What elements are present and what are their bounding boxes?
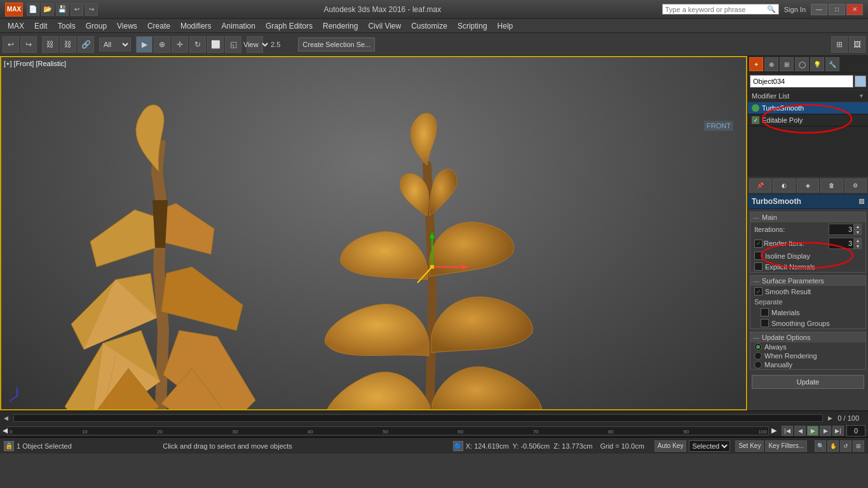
select-btn[interactable]: ▶ — [136, 36, 153, 53]
rp-tab-create[interactable]: ⊕ — [764, 57, 778, 71]
redo-toolbar-btn[interactable]: ↪ — [20, 36, 37, 53]
selected-select[interactable]: Selected — [689, 440, 730, 452]
scale-btn[interactable]: ⬜ — [207, 36, 224, 53]
menu-animation[interactable]: Animation — [217, 20, 261, 32]
ref-coord-select[interactable]: View — [240, 37, 270, 51]
ts-explicit-normals-checkbox[interactable] — [754, 262, 763, 271]
playback-start-btn[interactable]: |◀ — [782, 426, 793, 436]
menu-views[interactable]: Views — [112, 20, 142, 32]
nav-zoom-btn[interactable]: 🔍 — [815, 440, 826, 452]
lock-btn[interactable]: 🔒 — [4, 441, 14, 451]
undo-btn[interactable]: ↩ — [71, 3, 83, 16]
active-shade-btn[interactable]: ◐ — [773, 179, 795, 193]
search-input[interactable] — [665, 6, 767, 13]
object-name-input[interactable]: Object034 — [750, 75, 853, 88]
ref-coord-btn[interactable]: View — [247, 36, 263, 53]
new-btn[interactable]: 📄 — [27, 3, 39, 16]
link-btn[interactable]: ⛓ — [42, 36, 58, 53]
ts-smooth-result-checkbox[interactable] — [754, 287, 763, 295]
rp-tab-hierarchy[interactable]: ⊞ — [780, 57, 794, 71]
remove-modifier-btn[interactable]: 🗑 — [820, 179, 843, 193]
ts-iterations-input[interactable]: 3 — [829, 224, 854, 235]
key-filters-btn[interactable]: Key Filters... — [765, 440, 807, 452]
ts-isoline-checkbox[interactable] — [754, 252, 763, 260]
current-frame-input[interactable]: 0 — [846, 425, 865, 437]
menu-help[interactable]: Help — [492, 20, 519, 32]
playback-play-btn[interactable]: ▶ — [807, 426, 818, 436]
ts-render-iters-up[interactable]: ▲ — [854, 238, 862, 243]
modifier-editable-poly[interactable]: ✓ Editable Poly — [748, 114, 868, 126]
select-region-btn[interactable]: ⊕ — [154, 36, 170, 53]
playback-prev-btn[interactable]: ◀ — [794, 426, 806, 436]
ts-iterations-down[interactable]: ▼ — [854, 229, 862, 235]
rp-tab-modify[interactable]: ✦ — [749, 57, 763, 71]
ts-render-iters-spinner[interactable]: ▲ ▼ — [854, 238, 862, 249]
ts-manually-radio[interactable] — [754, 361, 762, 369]
progress-arrow-left[interactable]: ◀ — [4, 415, 8, 421]
coord-lock[interactable]: 🔵 — [453, 441, 463, 451]
menu-modifiers[interactable]: Modifiers — [175, 20, 217, 32]
rp-tab-motion[interactable]: ◯ — [795, 57, 809, 71]
ts-update-btn[interactable]: Update — [752, 375, 864, 389]
set-key-btn[interactable]: Set Key — [735, 440, 764, 452]
rp-tab-display[interactable]: 💡 — [810, 57, 824, 71]
pin-stack-btn[interactable]: 📌 — [749, 179, 771, 193]
ts-iterations-spinner[interactable]: ▲ ▼ — [854, 224, 862, 235]
close-btn[interactable]: ✕ — [846, 4, 863, 15]
menu-edit[interactable]: Edit — [29, 20, 53, 32]
auto-key-btn[interactable]: Auto Key — [654, 440, 687, 452]
ts-main-header[interactable]: — Main — [750, 212, 865, 222]
make-unique-btn[interactable]: ◈ — [797, 179, 819, 193]
ruler-left-arrow[interactable]: ◀ — [3, 426, 8, 435]
render-btn[interactable]: 🖼 — [849, 36, 865, 53]
ts-update-header[interactable]: — Update Options — [750, 332, 865, 342]
configure-btn[interactable]: ⚙ — [844, 179, 867, 193]
ruler-track[interactable]: 0 10 20 30 40 50 60 70 80 90 100 — [8, 426, 769, 435]
menu-customize[interactable]: Customize — [406, 20, 452, 32]
ts-when-rendering-radio[interactable] — [754, 352, 762, 360]
ts-always-radio[interactable] — [754, 343, 762, 351]
ts-iterations-up[interactable]: ▲ — [854, 224, 862, 229]
redo-btn[interactable]: ↪ — [85, 3, 98, 16]
search-box[interactable]: 🔍 — [662, 4, 779, 15]
object-color-box[interactable] — [855, 76, 866, 87]
undo-toolbar-btn[interactable]: ↩ — [3, 36, 19, 53]
ts-smoothing-groups-checkbox[interactable] — [761, 319, 769, 327]
rotate-btn[interactable]: ↻ — [189, 36, 206, 53]
maximize-btn[interactable]: □ — [829, 4, 845, 15]
create-selection-btn[interactable]: Create Selection Se... — [298, 37, 375, 51]
ruler-right-arrow[interactable]: ▶ — [771, 426, 776, 435]
move-btn[interactable]: ✛ — [172, 36, 188, 53]
viewport[interactable]: [+] [Front] [Realistic] FRONT Z Y — [0, 56, 747, 410]
bind-btn[interactable]: 🔗 — [78, 36, 94, 53]
menu-scripting[interactable]: Scripting — [452, 20, 492, 32]
playback-next-btn[interactable]: ▶ — [820, 426, 831, 436]
menu-graph-editors[interactable]: Graph Editors — [261, 20, 318, 32]
menu-max[interactable]: MAX — [3, 20, 29, 32]
ts-pin[interactable] — [859, 199, 864, 204]
signin-label[interactable]: Sign In — [784, 6, 806, 13]
save-btn[interactable]: 💾 — [56, 3, 69, 16]
minimize-btn[interactable]: — — [811, 4, 827, 15]
playback-end-btn[interactable]: ▶| — [832, 426, 844, 436]
menu-civil-view[interactable]: Civil View — [363, 20, 406, 32]
progress-arrow-right[interactable]: ▶ — [828, 415, 832, 421]
viewport-layout-btn[interactable]: ⊞ — [831, 36, 848, 53]
nav-orbit-btn[interactable]: ↺ — [840, 440, 851, 452]
nav-maximize-btn[interactable]: ⊞ — [853, 440, 864, 452]
menu-create[interactable]: Create — [142, 20, 175, 32]
ts-render-iters-checkbox[interactable] — [754, 240, 763, 248]
menu-rendering[interactable]: Rendering — [318, 20, 363, 32]
ts-materials-checkbox[interactable] — [761, 308, 769, 316]
unlink-btn[interactable]: ⛓ — [60, 36, 76, 53]
modifier-turbosmooth[interactable]: TurboSmooth — [748, 102, 868, 114]
ts-surface-header[interactable]: — Surface Parameters — [750, 276, 865, 286]
open-btn[interactable]: 📂 — [41, 3, 54, 16]
ts-render-iters-input[interactable]: 3 — [829, 238, 854, 249]
rp-tab-utilities[interactable]: 🔧 — [825, 57, 839, 71]
ts-render-iters-down[interactable]: ▼ — [854, 243, 862, 249]
menu-group[interactable]: Group — [81, 20, 112, 32]
nav-pan-btn[interactable]: ✋ — [827, 440, 839, 452]
menu-tools[interactable]: Tools — [53, 20, 81, 32]
filter-select[interactable]: All — [99, 37, 131, 51]
